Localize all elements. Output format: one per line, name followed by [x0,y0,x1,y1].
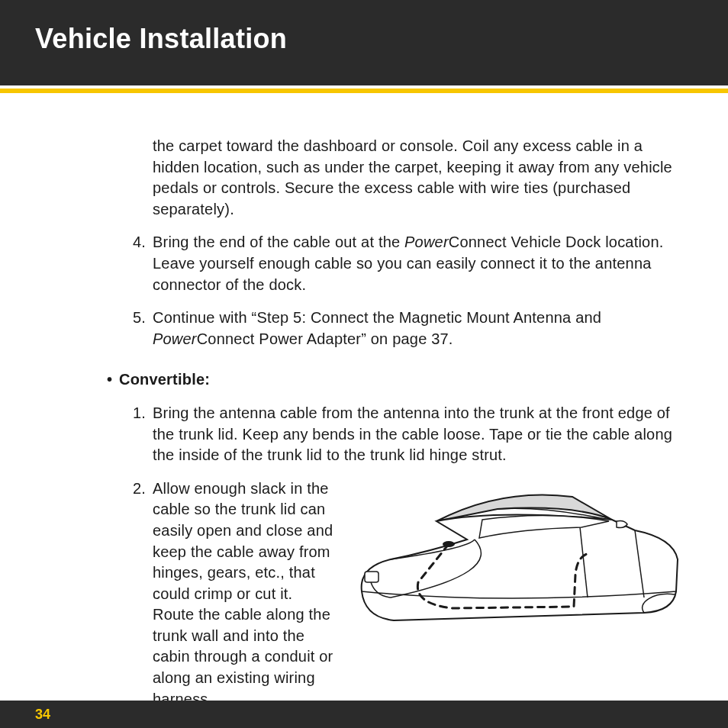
step-text-italic: Power [404,234,449,250]
step-5: 5. Continue with “Step 5: Connect the Ma… [133,308,684,350]
step-number: 1. [133,403,146,424]
step-text: Bring the antenna cable from the antenna… [153,404,672,463]
step-text: Allow enough slack in the cable so the t… [153,480,333,707]
step-4: 4. Bring the end of the cable out at the… [133,232,684,295]
bullet-icon: • [107,369,119,391]
step-text-pre: Bring the end of the cable out at the [153,234,404,250]
car-illustration [345,483,684,662]
continuation-paragraph: the carpet toward the dashboard or conso… [133,136,684,220]
step-number: 5. [133,308,146,329]
step-text-pre: Continue with “Step 5: Connect the Magne… [153,309,601,326]
convertible-steps: 1. Bring the antenna cable from the ante… [35,403,693,728]
step-number: 4. [133,232,146,253]
subsection-label: Convertible: [119,371,210,388]
step-text-italic: Power [153,330,197,347]
conv-step-2: 2. [133,478,684,710]
step-number: 2. [133,478,146,500]
step-text-post: Connect Power Adapter” on page 37. [197,330,453,347]
page-content: the carpet toward the dashboard or conso… [0,93,728,728]
conv-step-1: 1. Bring the antenna cable from the ante… [133,403,684,466]
svg-rect-0 [365,572,378,582]
page-number: 34 [35,707,50,723]
page-header: Vehicle Installation [0,0,728,85]
page-footer: 34 [0,701,728,728]
subsection-heading: •Convertible: [35,369,693,391]
page-title: Vehicle Installation [35,23,693,55]
